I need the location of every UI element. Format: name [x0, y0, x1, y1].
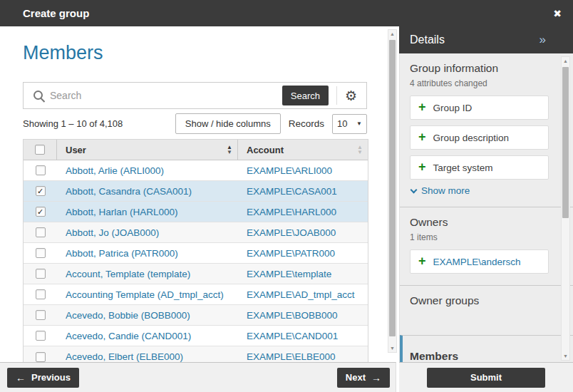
scroll-up-icon[interactable]: ▲: [388, 31, 396, 36]
table-row[interactable]: Abbott, Arlie (ARLI000)EXAMPLE\ARLI000: [24, 160, 368, 181]
section-subtext: 4 attributes changed: [410, 78, 549, 88]
details-scrollbar[interactable]: ▲ ▼: [561, 56, 570, 361]
table-toolbar: Showing 1 – 10 of 4,108 Show / hide colu…: [23, 113, 367, 134]
showing-count: Showing 1 – 10 of 4,108: [23, 118, 123, 129]
account-link[interactable]: EXAMPLE\AD_tmpl_acct: [247, 289, 355, 300]
close-icon[interactable]: ✖: [553, 8, 562, 19]
row-checkbox[interactable]: [36, 269, 46, 279]
detail-card-label: Target system: [433, 163, 493, 173]
chevron-down-icon: [411, 186, 418, 193]
user-link[interactable]: Abbott, Casandra (CASA001): [66, 186, 192, 197]
details-header: Details »: [399, 26, 573, 53]
submit-button[interactable]: Submit: [427, 368, 545, 388]
user-link[interactable]: Abbott, Patrica (PATR000): [66, 248, 178, 259]
user-link[interactable]: Abbott, Arlie (ARLI000): [66, 165, 164, 176]
account-cell: EXAMPLE\AD_tmpl_acct: [238, 289, 368, 300]
records-label: Records: [289, 118, 324, 129]
user-link[interactable]: Account, Template (template): [66, 269, 190, 279]
plus-icon: +: [418, 100, 426, 113]
scroll-up-icon[interactable]: ▲: [562, 58, 569, 63]
account-link[interactable]: EXAMPLE\JOAB000: [247, 227, 336, 238]
row-checkbox[interactable]: [36, 186, 46, 196]
row-checkbox-cell: [24, 352, 57, 362]
next-button[interactable]: Next →: [337, 368, 390, 388]
records-select[interactable]: 10 ▼: [332, 114, 367, 134]
collapse-panel-icon[interactable]: »: [540, 33, 546, 47]
row-checkbox[interactable]: [36, 248, 46, 258]
table-row[interactable]: Acevedo, Bobbie (BOBB000)EXAMPLE\BOBB000: [24, 305, 368, 326]
show-hide-columns-button[interactable]: Show / hide columns: [175, 113, 281, 134]
show-more-label: Show more: [421, 185, 470, 196]
scrollbar-thumb[interactable]: [389, 40, 396, 336]
members-panel: Members Search ⚙ Showing 1 – 10 of 4,108…: [0, 26, 398, 362]
user-link[interactable]: Acevedo, Bobbie (BOBB000): [66, 310, 190, 321]
detail-card[interactable]: +EXAMPLE\andersch: [410, 249, 549, 274]
table-row[interactable]: Account, Template (template)EXAMPLE\temp…: [24, 264, 368, 284]
page-title: Members: [23, 41, 367, 64]
account-link[interactable]: EXAMPLE\BOBB000: [247, 310, 338, 321]
account-link[interactable]: EXAMPLE\template: [247, 269, 331, 279]
user-link[interactable]: Acevedo, Elbert (ELBE000): [66, 351, 183, 362]
scrollbar-thumb[interactable]: [562, 67, 569, 218]
plus-icon: +: [418, 160, 426, 173]
account-cell: EXAMPLE\PATR000: [238, 248, 368, 259]
next-label: Next: [346, 372, 366, 383]
previous-label: Previous: [31, 372, 71, 383]
user-link[interactable]: Accounting Template (AD_tmpl_acct): [66, 289, 224, 300]
detail-card[interactable]: +Group ID: [410, 96, 549, 120]
row-checkbox[interactable]: [36, 289, 46, 299]
account-link[interactable]: EXAMPLE\ARLI000: [247, 165, 332, 176]
column-header-user[interactable]: User ▲▼: [57, 140, 238, 160]
user-cell: Abbott, Jo (JOAB000): [57, 227, 238, 238]
row-checkbox[interactable]: [36, 310, 46, 320]
section-heading: Owners: [410, 216, 549, 229]
account-cell: EXAMPLE\ELBE000: [238, 351, 368, 362]
table-body: Abbott, Arlie (ARLI000)EXAMPLE\ARLI000Ab…: [24, 160, 368, 362]
detail-card-label: Group ID: [433, 103, 473, 113]
column-header-account[interactable]: Account ▲▼: [238, 140, 368, 160]
table-row[interactable]: Abbott, Harlan (HARL000)EXAMPLE\HARL000: [24, 202, 368, 222]
row-checkbox-cell: [24, 165, 57, 175]
row-checkbox[interactable]: [36, 331, 46, 341]
search-button[interactable]: Search: [282, 86, 329, 105]
table-row[interactable]: Accounting Template (AD_tmpl_acct)EXAMPL…: [24, 284, 368, 305]
scroll-down-icon[interactable]: ▼: [562, 354, 569, 359]
details-panel: Details » Group information4 attributes …: [399, 26, 573, 392]
row-checkbox[interactable]: [36, 165, 46, 175]
table-row[interactable]: Abbott, Jo (JOAB000)EXAMPLE\JOAB000: [24, 222, 368, 243]
user-link[interactable]: Abbott, Jo (JOAB000): [66, 227, 159, 238]
wizard-footer: ← Previous Next →: [0, 362, 396, 392]
table-row[interactable]: Abbott, Patrica (PATR000)EXAMPLE\PATR000: [24, 243, 368, 264]
plus-icon: +: [418, 130, 426, 143]
main-scrollbar[interactable]: ▲ ▼: [388, 29, 397, 353]
table-row[interactable]: Acevedo, Candie (CAND001)EXAMPLE\CAND001: [24, 326, 368, 346]
separator: [336, 86, 337, 105]
details-section-group-information: Group information4 attributes changed+Gr…: [400, 53, 573, 207]
user-link[interactable]: Abbott, Harlan (HARL000): [66, 207, 178, 217]
column-label: User: [66, 145, 86, 155]
detail-card[interactable]: +Group description: [410, 125, 549, 150]
search-input[interactable]: [50, 90, 282, 101]
row-checkbox[interactable]: [36, 207, 46, 217]
account-link[interactable]: EXAMPLE\PATR000: [247, 248, 335, 259]
previous-button[interactable]: ← Previous: [7, 368, 79, 388]
scroll-down-icon[interactable]: ▼: [388, 346, 396, 351]
account-link[interactable]: EXAMPLE\HARL000: [247, 207, 336, 217]
members-table: User ▲▼ Account ▲▼ Abbott, Arlie (ARLI00…: [23, 139, 368, 362]
account-link[interactable]: EXAMPLE\ELBE000: [247, 351, 336, 362]
row-checkbox[interactable]: [36, 352, 46, 362]
account-cell: EXAMPLE\HARL000: [238, 207, 368, 217]
user-link[interactable]: Acevedo, Candie (CAND001): [66, 331, 191, 341]
detail-card[interactable]: +Target system: [410, 155, 549, 180]
row-checkbox[interactable]: [36, 227, 46, 237]
account-link[interactable]: EXAMPLE\CASA001: [247, 186, 337, 197]
table-row[interactable]: Abbott, Casandra (CASA001)EXAMPLE\CASA00…: [24, 181, 368, 202]
gear-icon[interactable]: ⚙: [345, 89, 357, 103]
details-section-members[interactable]: Members: [400, 335, 573, 362]
details-section-owner-groups: Owner groups: [400, 285, 573, 335]
account-link[interactable]: EXAMPLE\CAND001: [247, 331, 338, 341]
search-box: Search ⚙: [23, 82, 367, 109]
show-more-link[interactable]: Show more: [410, 185, 549, 196]
table-row[interactable]: Acevedo, Elbert (ELBE000)EXAMPLE\ELBE000: [24, 346, 368, 362]
select-all-checkbox[interactable]: [35, 145, 45, 155]
